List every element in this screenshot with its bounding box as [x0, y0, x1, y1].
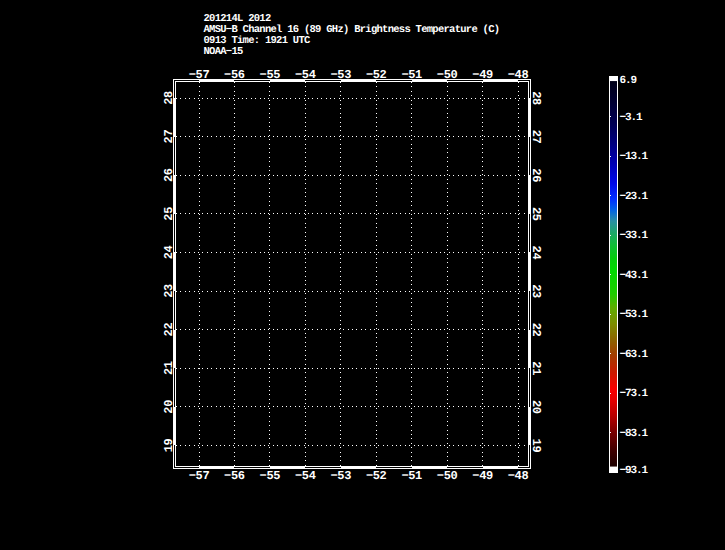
svg-text:−48: −48 [508, 469, 529, 483]
svg-text:25: 25 [529, 207, 543, 221]
svg-text:24: 24 [162, 245, 176, 259]
svg-text:21: 21 [162, 361, 176, 375]
svg-text:21: 21 [529, 361, 543, 375]
svg-text:−73.1: −73.1 [619, 388, 648, 400]
svg-text:−50: −50 [437, 469, 458, 483]
svg-text:28: 28 [162, 91, 176, 105]
svg-text:−23.1: −23.1 [619, 191, 648, 203]
svg-text:26: 26 [162, 168, 176, 182]
svg-text:−56: −56 [224, 469, 245, 483]
svg-text:−52: −52 [366, 469, 387, 483]
svg-text:20: 20 [162, 400, 176, 414]
svg-text:6.9: 6.9 [619, 75, 636, 87]
svg-text:−53: −53 [331, 469, 352, 483]
svg-text:24: 24 [529, 246, 543, 260]
svg-text:−54: −54 [295, 68, 316, 82]
svg-text:19: 19 [529, 439, 543, 453]
svg-text:0913 Time: 1921 UTC: 0913 Time: 1921 UTC [204, 35, 311, 47]
svg-text:28: 28 [529, 91, 543, 105]
svg-text:−63.1: −63.1 [619, 349, 648, 361]
svg-text:26: 26 [529, 168, 543, 182]
svg-text:−51: −51 [401, 68, 422, 82]
svg-text:−55: −55 [260, 469, 281, 483]
svg-text:−3.1: −3.1 [619, 112, 643, 124]
svg-text:NOAA−15: NOAA−15 [204, 46, 243, 58]
svg-text:−49: −49 [472, 68, 493, 82]
svg-text:−53.1: −53.1 [619, 309, 648, 321]
svg-text:−48: −48 [508, 68, 529, 82]
svg-text:20: 20 [529, 400, 543, 414]
svg-text:−54: −54 [295, 469, 316, 483]
svg-text:−93.1: −93.1 [619, 465, 648, 477]
svg-text:−33.1: −33.1 [619, 230, 648, 242]
svg-text:27: 27 [162, 130, 176, 144]
svg-text:19: 19 [162, 438, 176, 452]
svg-text:27: 27 [529, 130, 543, 144]
svg-text:−13.1: −13.1 [619, 151, 648, 163]
svg-text:−43.1: −43.1 [619, 270, 648, 282]
svg-text:−56: −56 [224, 68, 245, 82]
svg-text:−51: −51 [401, 469, 422, 483]
svg-text:−49: −49 [472, 469, 493, 483]
svg-text:25: 25 [162, 207, 176, 221]
svg-text:−57: −57 [189, 68, 210, 82]
svg-text:−53: −53 [331, 68, 352, 82]
svg-text:23: 23 [529, 284, 543, 298]
svg-text:201214L 2012: 201214L 2012 [204, 13, 271, 25]
svg-text:23: 23 [162, 284, 176, 298]
svg-text:−83.1: −83.1 [619, 428, 648, 440]
svg-text:−52: −52 [366, 68, 387, 82]
svg-text:−50: −50 [437, 68, 458, 82]
svg-text:−55: −55 [260, 68, 281, 82]
svg-text:−57: −57 [189, 469, 210, 483]
svg-text:22: 22 [162, 323, 176, 337]
svg-text:22: 22 [529, 323, 543, 337]
